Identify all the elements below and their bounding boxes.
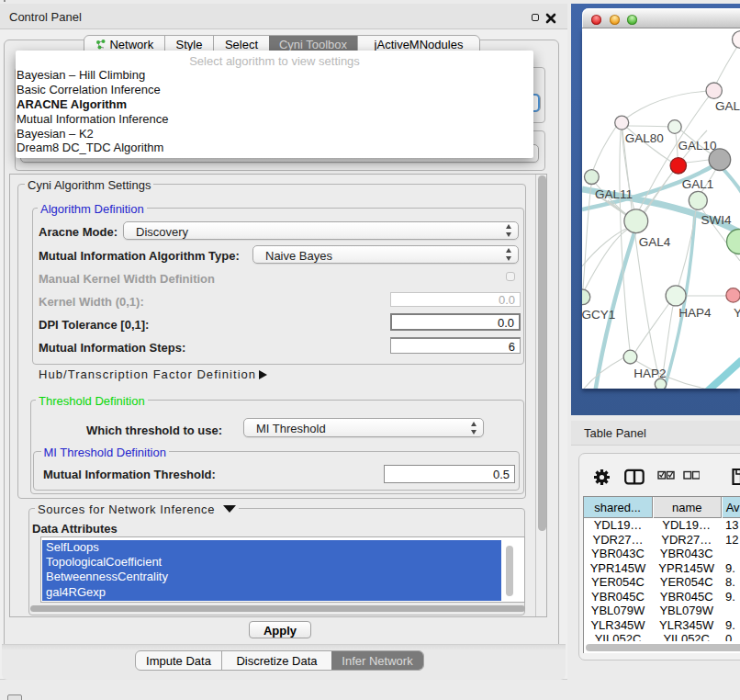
svg-text:GAL80: GAL80 — [625, 131, 664, 145]
svg-text:GAL10: GAL10 — [678, 139, 716, 152]
svg-text:GCY1: GCY1 — [582, 308, 615, 322]
svg-text:GAL7: GAL7 — [715, 99, 740, 113]
svg-text:GAL1: GAL1 — [682, 177, 714, 191]
svg-text:HAP2: HAP2 — [633, 367, 666, 380]
svg-text:YJ: YJ — [734, 306, 740, 320]
svg-text:GAL11: GAL11 — [595, 187, 633, 201]
svg-text:SWI4: SWI4 — [701, 213, 731, 227]
svg-text:GAL4: GAL4 — [639, 235, 671, 249]
svg-text:HAP4: HAP4 — [678, 306, 712, 320]
